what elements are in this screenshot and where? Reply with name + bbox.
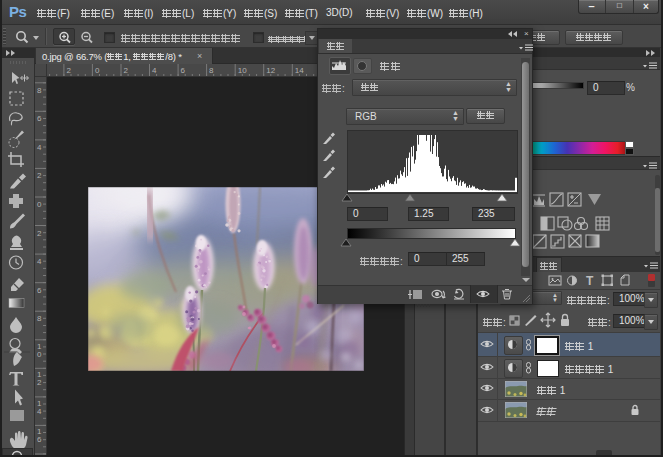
svg-text:12: 12: [266, 66, 275, 75]
svg-text:10: 10: [238, 66, 247, 75]
svg-text:4: 4: [152, 66, 157, 75]
svg-text:4: 4: [37, 257, 42, 266]
svg-text:2: 2: [66, 66, 71, 75]
svg-text:2: 2: [124, 66, 129, 75]
svg-text:0: 0: [37, 200, 42, 209]
svg-text:6: 6: [37, 114, 42, 123]
svg-text:2: 2: [37, 171, 42, 180]
svg-text:6: 6: [37, 435, 42, 444]
svg-text:8: 8: [37, 314, 42, 323]
svg-text:4: 4: [37, 143, 42, 152]
svg-text:6: 6: [37, 286, 42, 295]
svg-text:14: 14: [295, 66, 304, 75]
svg-text:8: 8: [209, 66, 214, 75]
svg-text:4: 4: [37, 407, 42, 416]
svg-text:2: 2: [37, 378, 42, 387]
svg-text:0: 0: [95, 66, 100, 75]
svg-text:T: T: [586, 274, 594, 288]
svg-text:6: 6: [181, 66, 186, 75]
svg-text:0: 0: [37, 350, 42, 359]
svg-text:2: 2: [37, 229, 42, 238]
svg-text:8: 8: [37, 86, 42, 95]
